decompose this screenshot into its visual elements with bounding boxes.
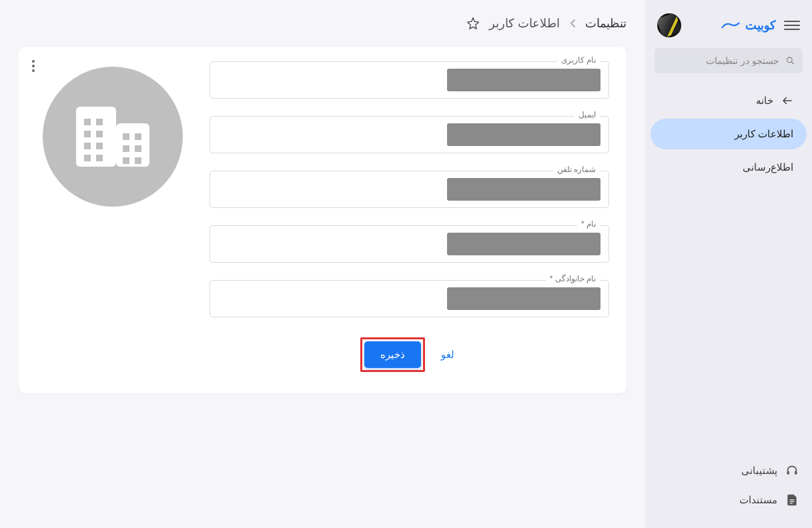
nav-item-notifications[interactable]: اطلاع‌رسانی <box>651 152 807 183</box>
building-icon <box>69 100 156 173</box>
breadcrumb-current: اطلاعات کاربر <box>489 16 560 31</box>
username-input[interactable] <box>210 61 609 99</box>
footer-item-label: پشتیبانی <box>741 465 777 477</box>
sidebar-search[interactable] <box>655 48 803 73</box>
redacted-value <box>447 287 600 310</box>
form-column: نام کاربری ایمیل شماره تلفن <box>210 61 609 372</box>
org-avatar-placeholder[interactable] <box>43 67 183 207</box>
svg-rect-11 <box>84 131 91 137</box>
svg-line-1 <box>791 62 793 64</box>
sidebar-search-input[interactable] <box>663 55 779 66</box>
chevron-left-icon <box>569 19 576 28</box>
field-username: نام کاربری <box>210 61 609 99</box>
redacted-value <box>447 123 600 146</box>
svg-rect-18 <box>135 133 141 140</box>
svg-rect-22 <box>135 157 141 164</box>
sidebar-footer: پشتیبانی مستندات <box>645 456 812 520</box>
nav-item-label: خانه <box>756 95 773 107</box>
phone-input[interactable] <box>210 171 609 208</box>
star-icon[interactable] <box>466 17 480 30</box>
svg-rect-3 <box>795 471 797 475</box>
sidebar-header: کوبیت <box>645 8 812 48</box>
svg-rect-15 <box>84 155 91 161</box>
svg-rect-10 <box>96 119 103 125</box>
first-name-input[interactable] <box>210 225 609 263</box>
sidebar-nav: خانه اطلاعات کاربر اطلاع‌رسانی <box>645 85 812 456</box>
breadcrumb: تنظیمات اطلاعات کاربر <box>19 16 627 31</box>
svg-rect-9 <box>84 119 91 125</box>
nav-item-label: اطلاعات کاربر <box>735 128 793 140</box>
redacted-value <box>447 178 600 201</box>
field-email: ایمیل <box>210 116 609 153</box>
card-kebab-menu[interactable] <box>28 56 39 76</box>
svg-rect-21 <box>123 157 129 164</box>
footer-item-support[interactable]: پشتیبانی <box>645 456 812 485</box>
breadcrumb-root[interactable]: تنظیمات <box>585 16 627 31</box>
svg-rect-14 <box>96 143 103 149</box>
form-actions: لغو ذخیره <box>210 337 609 372</box>
brand-name: کوبیت <box>745 18 776 33</box>
field-label: نام کاربری <box>557 55 600 65</box>
save-button-highlight: ذخیره <box>360 337 425 372</box>
search-icon <box>786 55 795 67</box>
nav-item-label: اطلاع‌رسانی <box>743 161 793 173</box>
svg-rect-13 <box>84 143 91 149</box>
avatar-column <box>36 61 189 372</box>
svg-rect-17 <box>123 133 129 140</box>
redacted-value <box>447 233 600 255</box>
svg-rect-6 <box>790 503 793 503</box>
user-info-card: نام کاربری ایمیل شماره تلفن <box>19 47 627 393</box>
sidebar: کوبیت خانه اطل <box>645 0 812 528</box>
file-icon <box>785 493 799 507</box>
svg-rect-19 <box>123 145 129 152</box>
footer-item-docs[interactable]: مستندات <box>645 485 812 515</box>
field-label: شماره تلفن <box>553 165 600 174</box>
svg-rect-16 <box>96 155 103 161</box>
field-last-name: نام خانوادگی * <box>210 280 609 317</box>
field-phone: شماره تلفن <box>210 171 609 208</box>
field-label: نام خانوادگی * <box>546 274 600 283</box>
user-avatar[interactable] <box>657 13 681 37</box>
redacted-value <box>447 69 600 91</box>
brand-wave-icon <box>721 21 740 30</box>
svg-rect-12 <box>96 131 103 137</box>
svg-rect-2 <box>787 471 789 475</box>
nav-item-home[interactable]: خانه <box>651 85 807 116</box>
svg-rect-4 <box>790 499 795 500</box>
brand[interactable]: کوبیت <box>689 18 776 33</box>
svg-rect-20 <box>135 145 141 152</box>
nav-item-user-info[interactable]: اطلاعات کاربر <box>651 119 807 149</box>
footer-item-label: مستندات <box>739 494 777 506</box>
hamburger-menu-icon[interactable] <box>784 17 800 33</box>
save-button[interactable]: ذخیره <box>364 341 421 368</box>
field-label: ایمیل <box>574 110 600 119</box>
email-input[interactable] <box>210 116 609 153</box>
field-first-name: نام * <box>210 225 609 263</box>
svg-rect-8 <box>116 123 149 167</box>
main-content: تنظیمات اطلاعات کاربر نام کاربری <box>0 0 645 528</box>
svg-rect-5 <box>790 501 795 502</box>
last-name-input[interactable] <box>210 280 609 317</box>
cancel-button[interactable]: لغو <box>437 342 458 367</box>
arrow-left-icon <box>781 95 793 107</box>
field-label: نام * <box>577 219 600 229</box>
headset-icon <box>785 464 799 477</box>
